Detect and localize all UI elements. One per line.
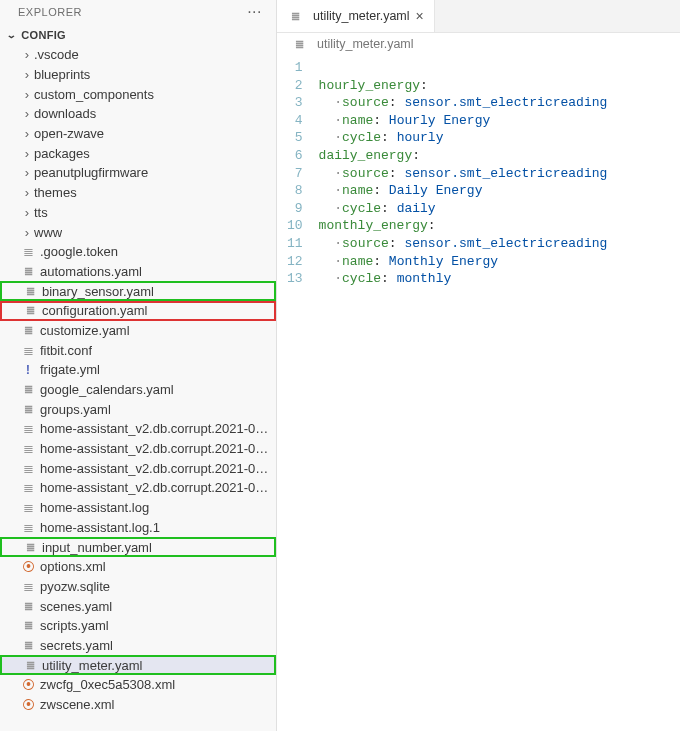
explorer-sidebar: EXPLORER ··· ⌄ CONFIG ›.vscode›blueprint… bbox=[0, 0, 277, 731]
folder-item[interactable]: ›themes bbox=[0, 183, 276, 203]
close-icon[interactable]: × bbox=[416, 8, 424, 24]
file-item[interactable]: ≣home-assistant_v2.db.corrupt.2021-07-21… bbox=[0, 458, 276, 478]
db-icon: ≣ bbox=[20, 460, 36, 476]
file-item[interactable]: ≣home-assistant_v2.db.corrupt.2021-05-06… bbox=[0, 419, 276, 439]
file-label: home-assistant_v2.db.corrupt.2021-05-06T… bbox=[40, 421, 270, 436]
file-item[interactable]: ≣scenes.yaml bbox=[0, 596, 276, 616]
file-label: secrets.yaml bbox=[40, 638, 113, 653]
file-item[interactable]: ≣secrets.yaml bbox=[0, 636, 276, 656]
folder-item[interactable]: ›www bbox=[0, 222, 276, 242]
file-item[interactable]: !frigate.yml bbox=[0, 360, 276, 380]
log-icon: ≣ bbox=[20, 519, 36, 535]
code-area[interactable]: 12345678910111213 hourly_energy: ·source… bbox=[277, 55, 680, 731]
folder-label: downloads bbox=[34, 106, 96, 121]
folder-label: blueprints bbox=[34, 67, 90, 82]
file-item[interactable]: ≣binary_sensor.yaml bbox=[0, 281, 276, 301]
file-item[interactable]: ≣utility_meter.yaml bbox=[0, 655, 276, 675]
db-icon: ≣ bbox=[20, 480, 36, 496]
breadcrumb-label: utility_meter.yaml bbox=[317, 37, 414, 51]
file-item[interactable]: ≣home-assistant_v2.db.corrupt.2021-07-10… bbox=[0, 439, 276, 459]
file-label: home-assistant_v2.db.corrupt.2021-08-18T… bbox=[40, 480, 270, 495]
folder-item[interactable]: ›custom_components bbox=[0, 84, 276, 104]
file-item[interactable]: ⦿zwcfg_0xec5a5308.xml bbox=[0, 675, 276, 695]
file-label: home-assistant.log bbox=[40, 500, 149, 515]
yaml-icon: ≣ bbox=[20, 637, 36, 653]
file-label: frigate.yml bbox=[40, 362, 100, 377]
file-item[interactable]: ≣groups.yaml bbox=[0, 399, 276, 419]
file-item[interactable]: ≣scripts.yaml bbox=[0, 616, 276, 636]
chevron-right-icon: › bbox=[20, 146, 34, 161]
chevron-down-icon: ⌄ bbox=[6, 29, 17, 40]
folder-item[interactable]: ›open-zwave bbox=[0, 124, 276, 144]
breadcrumb[interactable]: ≣ utility_meter.yaml bbox=[277, 33, 680, 55]
file-label: pyozw.sqlite bbox=[40, 579, 110, 594]
file-label: fitbit.conf bbox=[40, 343, 92, 358]
file-label: automations.yaml bbox=[40, 264, 142, 279]
file-label: home-assistant_v2.db.corrupt.2021-07-10T… bbox=[40, 441, 270, 456]
file-label: scripts.yaml bbox=[40, 618, 109, 633]
db-icon: ≣ bbox=[20, 578, 36, 594]
file-label: zwscene.xml bbox=[40, 697, 114, 712]
explorer-title: EXPLORER bbox=[18, 6, 82, 18]
code-content[interactable]: hourly_energy: ·source: sensor.smt_elect… bbox=[319, 59, 608, 731]
yaml-icon: ≣ bbox=[291, 36, 307, 52]
file-item[interactable]: ≣.google.token bbox=[0, 242, 276, 262]
yaml-icon: ≣ bbox=[20, 322, 36, 338]
xml-icon: ⦿ bbox=[20, 677, 36, 693]
file-item[interactable]: ≣home-assistant.log.1 bbox=[0, 518, 276, 538]
file-item[interactable]: ≣configuration.yaml bbox=[0, 301, 276, 321]
folder-item[interactable]: ›peanutplugfirmware bbox=[0, 163, 276, 183]
file-label: google_calendars.yaml bbox=[40, 382, 174, 397]
file-label: input_number.yaml bbox=[42, 540, 152, 555]
folder-item[interactable]: ›tts bbox=[0, 203, 276, 223]
chevron-right-icon: › bbox=[20, 205, 34, 220]
file-label: binary_sensor.yaml bbox=[42, 284, 154, 299]
generic-icon: ≣ bbox=[20, 244, 36, 260]
file-item[interactable]: ⦿zwscene.xml bbox=[0, 695, 276, 715]
folder-label: peanutplugfirmware bbox=[34, 165, 148, 180]
folder-label: packages bbox=[34, 146, 90, 161]
file-label: groups.yaml bbox=[40, 402, 111, 417]
file-item[interactable]: ≣input_number.yaml bbox=[0, 537, 276, 557]
tab-bar: ≣ utility_meter.yaml × bbox=[277, 0, 680, 33]
chevron-right-icon: › bbox=[20, 106, 34, 121]
tab-utility-meter[interactable]: ≣ utility_meter.yaml × bbox=[277, 0, 435, 32]
file-tree: ›.vscode›blueprints›custom_components›do… bbox=[0, 45, 276, 731]
log-icon: ≣ bbox=[20, 500, 36, 516]
folder-label: custom_components bbox=[34, 87, 154, 102]
yaml-icon: ≣ bbox=[20, 618, 36, 634]
file-item[interactable]: ≣automations.yaml bbox=[0, 262, 276, 282]
folder-item[interactable]: ›.vscode bbox=[0, 45, 276, 65]
db-icon: ≣ bbox=[20, 441, 36, 457]
file-label: scenes.yaml bbox=[40, 599, 112, 614]
file-label: home-assistant_v2.db.corrupt.2021-07-21T… bbox=[40, 461, 270, 476]
file-item[interactable]: ⦿options.xml bbox=[0, 557, 276, 577]
folder-label: www bbox=[34, 225, 62, 240]
file-item[interactable]: ≣fitbit.conf bbox=[0, 340, 276, 360]
file-item[interactable]: ≣google_calendars.yaml bbox=[0, 380, 276, 400]
folder-item[interactable]: ›blueprints bbox=[0, 65, 276, 85]
folder-label: tts bbox=[34, 205, 48, 220]
editor-pane: ≣ utility_meter.yaml × ≣ utility_meter.y… bbox=[277, 0, 680, 731]
chevron-right-icon: › bbox=[20, 225, 34, 240]
file-item[interactable]: ≣home-assistant_v2.db.corrupt.2021-08-18… bbox=[0, 478, 276, 498]
xml-icon: ⦿ bbox=[20, 559, 36, 575]
folder-label: .vscode bbox=[34, 47, 79, 62]
folder-label: themes bbox=[34, 185, 77, 200]
more-icon[interactable]: ··· bbox=[247, 7, 262, 17]
file-item[interactable]: ≣customize.yaml bbox=[0, 321, 276, 341]
folder-item[interactable]: ›packages bbox=[0, 143, 276, 163]
tab-label: utility_meter.yaml bbox=[313, 9, 410, 23]
chevron-right-icon: › bbox=[20, 185, 34, 200]
line-gutter: 12345678910111213 bbox=[277, 59, 319, 731]
folder-item[interactable]: ›downloads bbox=[0, 104, 276, 124]
file-item[interactable]: ≣pyozw.sqlite bbox=[0, 577, 276, 597]
bang-icon: ! bbox=[20, 362, 36, 378]
yaml-icon: ≣ bbox=[20, 382, 36, 398]
folder-label: open-zwave bbox=[34, 126, 104, 141]
config-section-header[interactable]: ⌄ CONFIG bbox=[0, 24, 276, 45]
chevron-right-icon: › bbox=[20, 47, 34, 62]
file-item[interactable]: ≣home-assistant.log bbox=[0, 498, 276, 518]
file-label: configuration.yaml bbox=[42, 303, 148, 318]
yaml-icon: ≣ bbox=[20, 263, 36, 279]
